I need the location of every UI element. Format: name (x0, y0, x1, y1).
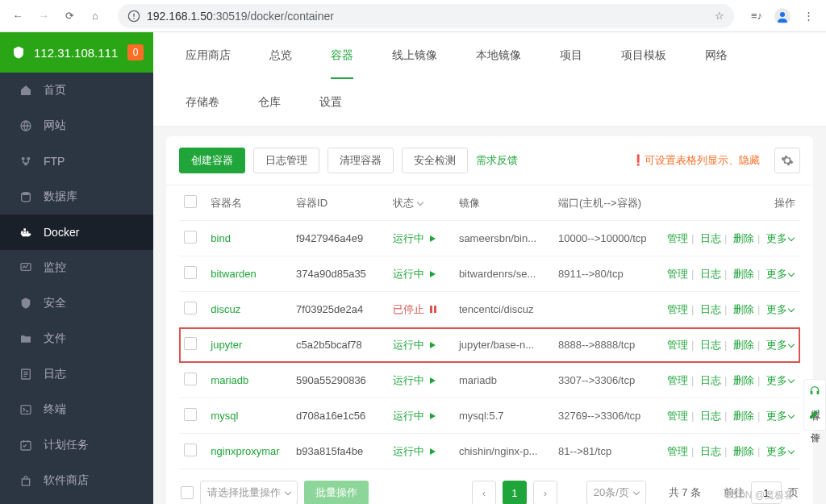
log-link[interactable]: 日志 (700, 268, 721, 280)
tab-总览[interactable]: 总览 (250, 32, 311, 79)
reader-icon[interactable]: ≡♪ (747, 6, 766, 26)
headset-icon[interactable] (808, 385, 821, 398)
log-link[interactable]: 日志 (700, 410, 721, 422)
sidebar-item-docker[interactable]: Docker (0, 215, 153, 250)
container-name[interactable]: discuz (206, 292, 291, 327)
manage-link[interactable]: 管理 (667, 339, 688, 351)
log-link[interactable]: 日志 (700, 445, 721, 457)
manage-link[interactable]: 管理 (667, 303, 688, 315)
tab-仓库[interactable]: 仓库 (239, 79, 300, 126)
log-link[interactable]: 日志 (700, 232, 721, 244)
notification-badge[interactable]: 0 (127, 44, 144, 60)
row-checkbox[interactable] (184, 302, 197, 314)
sidebar-item-folder[interactable]: 文件 (0, 321, 153, 356)
delete-link[interactable]: 删除 (733, 232, 754, 244)
menu-icon[interactable]: ⋮ (799, 6, 818, 26)
tab-线上镜像[interactable]: 线上镜像 (373, 32, 457, 79)
container-name[interactable]: nginxproxymar (206, 434, 291, 469)
manage-link[interactable]: 管理 (667, 445, 688, 457)
sidebar-header: 112.31.108.111 0 (0, 32, 153, 73)
more-link[interactable]: 更多 (766, 268, 794, 280)
delete-link[interactable]: 删除 (733, 410, 754, 422)
delete-link[interactable]: 删除 (733, 445, 754, 457)
server-ip: 112.31.108.111 (34, 46, 118, 60)
row-checkbox[interactable] (184, 231, 197, 244)
log-manage-button[interactable]: 日志管理 (253, 148, 319, 173)
log-link[interactable]: 日志 (700, 374, 721, 386)
tab-容器[interactable]: 容器 (311, 32, 373, 79)
tab-应用商店[interactable]: 应用商店 (166, 32, 250, 79)
container-table: 容器名容器ID状态 镜像端口(主机-->容器)操作 bind f9427946a… (179, 185, 800, 469)
sidebar-item-shop[interactable]: 软件商店 (0, 463, 153, 498)
sidebar-item-home[interactable]: 首页 (0, 73, 153, 108)
more-link[interactable]: 更多 (766, 445, 794, 457)
url-bar[interactable]: 192.168.1.50:30519/docker/container ☆ (118, 4, 734, 28)
more-link[interactable]: 更多 (766, 232, 794, 244)
batch-select[interactable]: 请选择批量操作 (200, 481, 298, 504)
more-link[interactable]: 更多 (766, 303, 794, 315)
sort-icon[interactable] (417, 198, 423, 205)
perpage-select[interactable]: 20条/页 (586, 481, 646, 504)
tab-网络[interactable]: 网络 (686, 32, 747, 79)
manage-link[interactable]: 管理 (667, 268, 688, 280)
manage-link[interactable]: 管理 (667, 374, 688, 386)
sidebar-item-task[interactable]: 计划任务 (0, 427, 153, 463)
create-container-button[interactable]: 创建容器 (179, 148, 245, 173)
tab-本地镜像[interactable]: 本地镜像 (457, 32, 540, 79)
sidebar-item-database[interactable]: 数据库 (0, 179, 153, 215)
reload-button[interactable]: ⟳ (60, 6, 79, 26)
next-page-button[interactable]: › (533, 481, 557, 504)
select-all-checkbox[interactable] (184, 195, 197, 208)
delete-link[interactable]: 删除 (733, 303, 754, 315)
terminal-icon (19, 403, 32, 416)
sidebar-item-monitor[interactable]: 监控 (0, 250, 153, 285)
delete-link[interactable]: 删除 (733, 339, 754, 351)
log-link[interactable]: 日志 (700, 303, 721, 315)
back-button[interactable]: ← (8, 6, 27, 26)
row-checkbox[interactable] (184, 444, 197, 456)
security-check-button[interactable]: 安全检测 (402, 148, 468, 173)
container-name[interactable]: bind (206, 221, 291, 256)
row-actions: 管理| 日志| 删除| 更多 (652, 327, 800, 363)
sidebar-item-log[interactable]: 日志 (0, 356, 153, 392)
profile-icon[interactable] (773, 6, 792, 26)
tab-存储卷[interactable]: 存储卷 (166, 79, 239, 126)
sidebar-item-terminal[interactable]: 终端 (0, 392, 153, 427)
row-checkbox[interactable] (184, 266, 197, 279)
settings-gear-button[interactable] (774, 148, 800, 173)
container-name[interactable]: mariadb (206, 363, 291, 398)
row-checkbox[interactable] (184, 408, 197, 421)
more-link[interactable]: 更多 (766, 410, 794, 422)
running-icon (430, 448, 436, 455)
sidebar-item-shield[interactable]: 安全 (0, 285, 153, 321)
edit-icon[interactable] (808, 407, 821, 420)
clean-container-button[interactable]: 清理容器 (327, 148, 394, 173)
delete-link[interactable]: 删除 (733, 374, 754, 386)
sidebar-item-globe[interactable]: 网站 (0, 108, 153, 144)
row-checkbox[interactable] (184, 373, 197, 385)
container-name[interactable]: jupyter (206, 327, 291, 363)
more-link[interactable]: 更多 (766, 339, 794, 351)
forward-button[interactable]: → (34, 6, 53, 26)
tab-项目模板[interactable]: 项目模板 (602, 32, 686, 79)
column-hint[interactable]: ❗可设置表格列显示、隐藏 (632, 153, 760, 168)
log-link[interactable]: 日志 (700, 339, 721, 351)
manage-link[interactable]: 管理 (667, 410, 688, 422)
sidebar-item-ftp[interactable]: FTP (0, 144, 153, 179)
page-1-button[interactable]: 1 (503, 481, 527, 504)
tab-项目[interactable]: 项目 (540, 32, 602, 79)
feedback-link[interactable]: 需求反馈 (476, 153, 518, 168)
ftp-icon (19, 155, 32, 168)
batch-action-button[interactable]: 批量操作 (304, 481, 369, 504)
select-all-bottom-checkbox[interactable] (181, 486, 194, 499)
home-button[interactable]: ⌂ (86, 6, 105, 26)
manage-link[interactable]: 管理 (667, 232, 688, 244)
star-icon[interactable]: ☆ (715, 10, 724, 22)
prev-page-button[interactable]: ‹ (472, 481, 496, 504)
more-link[interactable]: 更多 (766, 374, 794, 386)
container-name[interactable]: mysql (206, 398, 291, 434)
delete-link[interactable]: 删除 (733, 268, 754, 280)
tab-设置[interactable]: 设置 (300, 79, 361, 126)
row-checkbox[interactable] (184, 337, 197, 350)
container-name[interactable]: bitwarden (206, 256, 291, 292)
